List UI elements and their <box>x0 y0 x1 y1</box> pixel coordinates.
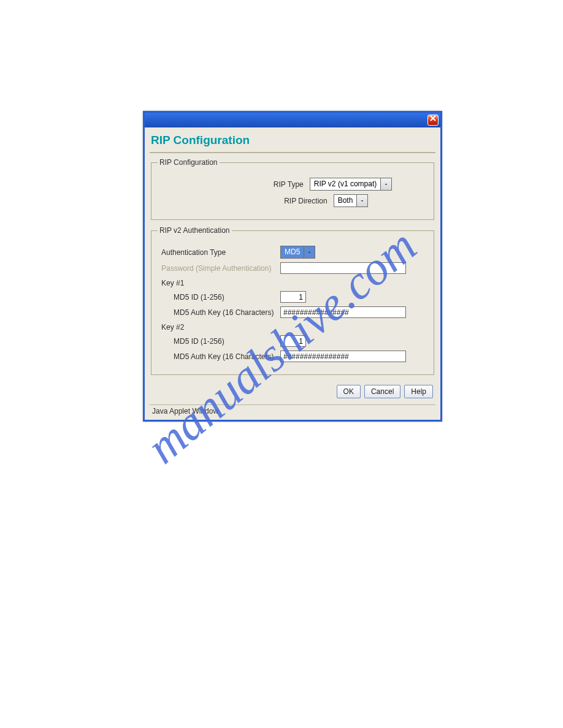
chevron-down-icon <box>304 246 315 258</box>
cancel-button[interactable]: Cancel <box>364 385 400 398</box>
key2-header: Key #2 <box>158 323 427 332</box>
key1-header: Key #1 <box>158 279 427 287</box>
rip-config-dialog: RIP Configuration RIP Configuration RIP … <box>143 111 442 422</box>
titlebar[interactable] <box>145 113 440 127</box>
rip-direction-label: RIP Direction <box>217 197 334 205</box>
rip-direction-select[interactable]: Both <box>334 194 369 207</box>
rip-type-label: RIP Type <box>193 180 310 189</box>
auth-type-value: MD5 <box>281 246 304 258</box>
rip-type-select[interactable]: RIP v2 (v1 compat) <box>310 178 392 191</box>
key1-key-input[interactable] <box>280 306 406 318</box>
rip-auth-legend: RIP v2 Authentication <box>158 226 232 235</box>
dialog-title: RIP Configuration <box>150 131 435 153</box>
ok-button[interactable]: OK <box>337 385 361 398</box>
rip-auth-group: RIP v2 Authentication Authentication Typ… <box>151 226 434 375</box>
close-button[interactable] <box>427 115 439 126</box>
dialog-body: RIP Configuration RIP Configuration RIP … <box>145 127 440 420</box>
close-icon <box>430 115 436 121</box>
rip-config-group: RIP Configuration RIP Type RIP v2 (v1 co… <box>151 158 434 220</box>
password-label: Password (Simple Authentication) <box>158 264 280 273</box>
chevron-down-icon <box>380 178 391 190</box>
key1-key-label: MD5 Auth Key (16 Characters) <box>158 308 280 317</box>
button-row: OK Cancel Help <box>150 381 435 404</box>
key2-key-input[interactable] <box>280 351 406 362</box>
chevron-down-icon <box>356 195 367 207</box>
key1-id-input[interactable] <box>280 291 306 303</box>
key2-id-label: MD5 ID (1-256) <box>158 337 280 346</box>
key2-id-input[interactable] <box>280 335 306 347</box>
password-input <box>280 262 406 274</box>
statusbar: Java Applet Window <box>150 404 435 417</box>
rip-type-value: RIP v2 (v1 compat) <box>310 178 380 190</box>
auth-type-label: Authentication Type <box>158 248 280 257</box>
rip-config-legend: RIP Configuration <box>158 158 220 167</box>
key2-key-label: MD5 Auth Key (16 Characters) <box>158 352 280 361</box>
rip-direction-value: Both <box>334 195 357 207</box>
help-button[interactable]: Help <box>404 385 433 398</box>
key1-id-label: MD5 ID (1-256) <box>158 293 280 301</box>
auth-type-select[interactable]: MD5 <box>280 246 315 259</box>
